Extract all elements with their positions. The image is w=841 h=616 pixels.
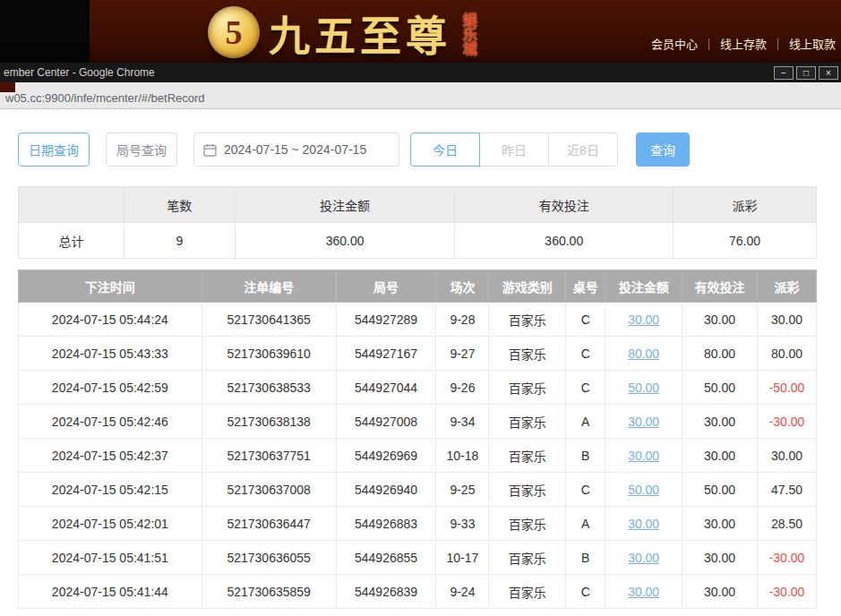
minimize-button[interactable]: −: [774, 66, 794, 80]
round-query-button[interactable]: 局号查询: [106, 133, 177, 167]
cell-payout: 30.00: [757, 439, 816, 473]
window-titlebar[interactable]: ember Center - Google Chrome − □ ×: [0, 63, 841, 82]
bet-amount-link[interactable]: 30.00: [628, 449, 659, 463]
nav-deposit-link[interactable]: 线上存款: [720, 38, 767, 51]
cell-session: 9-25: [436, 473, 489, 507]
last-8-days-button[interactable]: 近8日: [548, 133, 618, 167]
coin-digit: 5: [226, 13, 243, 52]
cell-order: 521730638138: [202, 405, 336, 439]
cell-round: 544927008: [336, 405, 436, 439]
cell-table: C: [566, 575, 605, 609]
cell-time: 2024-07-15 05:42:37: [19, 439, 202, 473]
table-row: 2024-07-15 05:41:51521730636055544926855…: [19, 541, 817, 575]
cell-time: 2024-07-15 05:42:01: [19, 507, 202, 541]
yesterday-button[interactable]: 昨日: [479, 133, 549, 167]
nav-member-center-link[interactable]: 会员中心: [651, 38, 698, 51]
cell-payout: -30.00: [757, 575, 816, 609]
cell-game: 百家乐: [489, 575, 566, 609]
cell-table: A: [566, 405, 605, 439]
cell-payout: 80.00: [757, 337, 816, 371]
summary-valid-bet: 360.00: [455, 223, 674, 259]
bet-amount-link[interactable]: 50.00: [628, 483, 659, 497]
logo-text: 九五至尊: [269, 3, 451, 62]
cell-table: C: [566, 337, 605, 371]
cell-time: 2024-07-15 05:41:51: [19, 541, 202, 575]
cell-table: C: [566, 473, 605, 507]
site-logo: 5 九五至尊 娱乐城: [208, 3, 476, 62]
summary-table: 笔数 投注金额 有效投注 派彩 总计 9 360.00 360.00 76.00: [18, 186, 817, 259]
cell-valid: 30.00: [682, 541, 758, 575]
header-bet-amount: 投注金额: [605, 270, 682, 303]
today-button[interactable]: 今日: [410, 133, 480, 167]
bet-amount-link[interactable]: 30.00: [628, 585, 659, 599]
cell-round: 544926969: [336, 439, 436, 473]
summary-header-row: 笔数 投注金额 有效投注 派彩: [19, 187, 817, 223]
summary-count: 9: [124, 223, 235, 259]
date-range-input[interactable]: 2024-07-15 ~ 2024-07-15: [193, 133, 399, 167]
url-left-block: [0, 82, 15, 92]
cell-payout: 28.50: [757, 507, 816, 541]
cell-table: C: [566, 303, 605, 337]
cell-valid: 50.00: [682, 371, 758, 405]
search-button[interactable]: 查询: [636, 133, 690, 167]
table-row: 2024-07-15 05:42:15521730637008544926940…: [19, 473, 817, 507]
nav-separator: ｜: [772, 38, 784, 51]
cell-round: 544926855: [336, 541, 436, 575]
summary-header-valid-bet: 有效投注: [455, 187, 674, 223]
calendar-icon: [203, 143, 217, 157]
date-query-button[interactable]: 日期查询: [18, 133, 90, 167]
cell-session: 10-18: [436, 439, 489, 473]
cell-order: 521730637751: [202, 439, 336, 473]
header-bet-time: 下注时间: [19, 270, 202, 303]
close-button[interactable]: ×: [819, 66, 838, 80]
banner-left-block: [0, 0, 90, 70]
cell-session: 9-34: [436, 405, 489, 439]
bet-amount-link[interactable]: 30.00: [628, 415, 659, 429]
cell-payout: -50.00: [757, 371, 816, 405]
window-title: ember Center - Google Chrome: [4, 66, 774, 79]
quick-range-group: 今日 昨日 近8日: [410, 133, 618, 167]
maximize-button[interactable]: □: [796, 66, 816, 80]
cell-order: 521730635859: [202, 575, 336, 609]
cell-table: B: [566, 439, 605, 473]
summary-total-label: 总计: [19, 223, 124, 259]
header-order-no: 注单编号: [202, 270, 336, 303]
cell-order: 521730637008: [202, 473, 336, 507]
cell-bet: 30.00: [605, 439, 682, 473]
bet-amount-link[interactable]: 50.00: [628, 381, 659, 395]
cell-game: 百家乐: [489, 303, 566, 337]
table-row: 2024-07-15 05:42:37521730637751544926969…: [19, 439, 817, 473]
cell-order: 521730639610: [202, 337, 336, 371]
cell-order: 521730641365: [202, 303, 336, 337]
nav-withdraw-link[interactable]: 线上取款: [789, 38, 836, 51]
banner-nav: 会员中心｜线上存款｜线上取款: [651, 35, 836, 52]
site-banner: 5 九五至尊 娱乐城 会员中心｜线上存款｜线上取款: [0, 0, 841, 70]
cell-session: 9-26: [436, 371, 489, 405]
address-bar[interactable]: w05.cc:9900/infe/mcenter/#/betRecord: [0, 82, 841, 109]
bet-amount-link[interactable]: 30.00: [628, 517, 659, 531]
window-controls: − □ ×: [774, 66, 838, 80]
cell-time: 2024-07-15 05:42:59: [19, 371, 202, 405]
bet-table-body: 2024-07-15 05:44:24521730641365544927289…: [19, 303, 817, 609]
cell-order: 521730636055: [202, 541, 336, 575]
cell-order: 521730638533: [202, 371, 336, 405]
cell-game: 百家乐: [489, 371, 566, 405]
cell-game: 百家乐: [489, 405, 566, 439]
cell-bet: 80.00: [605, 337, 682, 371]
date-range-value: 2024-07-15 ~ 2024-07-15: [224, 142, 366, 157]
cell-bet: 50.00: [605, 473, 682, 507]
header-round-no: 局号: [336, 270, 436, 303]
bet-table-header-row: 下注时间 注单编号 局号 场次 游戏类别 桌号 投注金额 有效投注 派彩: [19, 270, 817, 303]
bet-amount-link[interactable]: 30.00: [628, 551, 659, 565]
cell-session: 10-17: [436, 541, 489, 575]
summary-total-row: 总计 9 360.00 360.00 76.00: [19, 223, 817, 259]
bet-amount-link[interactable]: 30.00: [628, 312, 659, 327]
cell-valid: 80.00: [682, 337, 758, 371]
cell-time: 2024-07-15 05:43:33: [19, 337, 202, 371]
cell-payout: -30.00: [757, 541, 816, 575]
summary-bet-amount: 360.00: [235, 223, 455, 259]
browser-window: ember Center - Google Chrome − □ × w05.c…: [0, 63, 841, 616]
header-table-no: 桌号: [566, 270, 605, 303]
cell-round: 544926839: [336, 575, 436, 609]
bet-amount-link[interactable]: 80.00: [628, 346, 659, 361]
